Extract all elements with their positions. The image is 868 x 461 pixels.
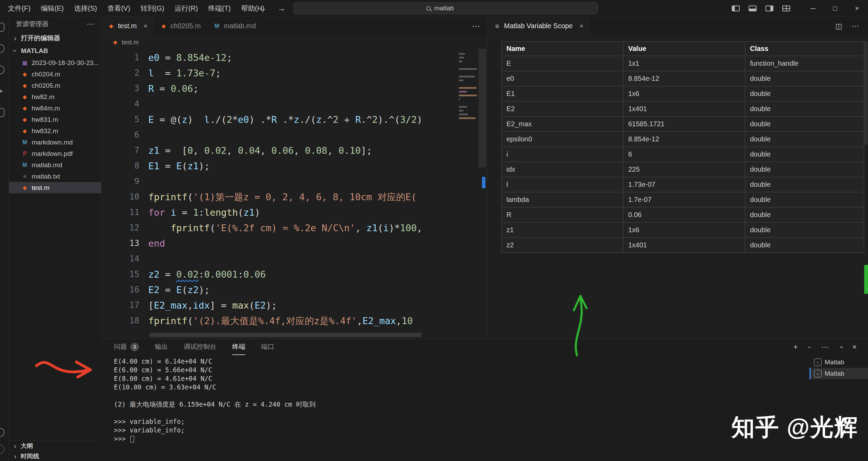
- variable-cell[interactable]: E2: [502, 101, 623, 117]
- variable-cell[interactable]: double: [745, 101, 864, 117]
- timeline-section[interactable]: › 时间线: [9, 451, 101, 461]
- variable-cell[interactable]: double: [745, 71, 864, 86]
- variable-cell[interactable]: double: [745, 207, 864, 223]
- variable-cell[interactable]: epsilon0: [502, 132, 623, 147]
- menu-item[interactable]: 运行(R): [169, 0, 203, 17]
- variable-cell[interactable]: 1x6: [623, 86, 745, 101]
- outline-section[interactable]: › 大纲: [9, 440, 101, 451]
- more-actions-icon[interactable]: ⋯: [852, 22, 859, 30]
- minimize-button[interactable]: ─: [802, 0, 824, 17]
- file-item[interactable]: ◆hw831.m: [9, 114, 101, 125]
- file-item[interactable]: ▦2023-09-18-20-30-23...: [9, 57, 101, 68]
- open-editors-section[interactable]: › 打开的编辑器: [9, 32, 101, 44]
- file-item[interactable]: ◆hw832.m: [9, 125, 101, 137]
- close-button[interactable]: ×: [846, 0, 868, 17]
- file-item[interactable]: ◆ch0204.m: [9, 68, 101, 80]
- toggle-sidebar-icon[interactable]: [732, 6, 740, 11]
- customize-layout-icon[interactable]: [782, 6, 790, 11]
- terminal-list-item[interactable]: ›Matlab: [810, 356, 868, 368]
- menu-item[interactable]: 文件(F): [3, 0, 36, 17]
- variable-cell[interactable]: E2_max: [502, 117, 623, 132]
- variable-cell[interactable]: double: [745, 238, 864, 253]
- variable-cell[interactable]: 1x401: [623, 238, 745, 253]
- menu-item[interactable]: 选择(S): [69, 0, 102, 17]
- menu-item[interactable]: 终端(T): [203, 0, 236, 17]
- split-editor-icon[interactable]: ◫: [835, 22, 842, 30]
- menu-item[interactable]: 转到(G): [136, 0, 170, 17]
- panel-tab[interactable]: 问题3: [114, 339, 139, 355]
- folder-section-matlab[interactable]: › MATLAB: [9, 44, 101, 57]
- file-item[interactable]: ≡matlab.txt: [9, 171, 101, 182]
- variable-cell[interactable]: double: [745, 192, 864, 207]
- variable-cell[interactable]: 61585.1721: [623, 117, 745, 132]
- variable-cell[interactable]: idx: [502, 162, 623, 177]
- terminal-dropdown-icon[interactable]: ›: [807, 344, 813, 350]
- breadcrumb[interactable]: ◆ test.m: [101, 36, 487, 49]
- code-editor[interactable]: 1e0 = 8.854e-12;2l = 1.73e-7;3R = 0.06;4…: [101, 49, 487, 339]
- variable-cell[interactable]: 6: [623, 147, 745, 162]
- variable-cell[interactable]: 225: [623, 162, 745, 177]
- toggle-panel-icon[interactable]: [749, 6, 757, 11]
- run-debug-icon[interactable]: [0, 87, 3, 96]
- source-control-icon[interactable]: [0, 65, 4, 74]
- variable-cell[interactable]: 1x1: [623, 56, 745, 71]
- panel-tab[interactable]: 端口: [261, 339, 274, 355]
- variable-cell[interactable]: double: [745, 86, 864, 101]
- editor-tab[interactable]: Mmatlab.md: [207, 17, 262, 35]
- variable-cell[interactable]: 1x6: [623, 223, 745, 238]
- search-input[interactable]: [434, 4, 465, 12]
- variable-cell[interactable]: double: [745, 117, 864, 132]
- extensions-icon[interactable]: [0, 108, 4, 117]
- explorer-more-actions-icon[interactable]: ⋯: [87, 20, 94, 29]
- new-terminal-icon[interactable]: +: [793, 343, 798, 352]
- panel-tab[interactable]: 调试控制台: [184, 339, 216, 355]
- variable-cell[interactable]: z2: [502, 238, 623, 253]
- file-item[interactable]: Pmarkdown.pdf: [9, 148, 101, 159]
- back-icon[interactable]: ←: [259, 3, 267, 13]
- close-panel-icon[interactable]: ×: [852, 343, 857, 352]
- menu-item[interactable]: 查看(V): [102, 0, 136, 17]
- variable-cell[interactable]: 8.854e-12: [623, 71, 745, 86]
- variable-cell[interactable]: double: [745, 132, 864, 147]
- variable-cell[interactable]: E: [502, 56, 623, 71]
- editor-tab[interactable]: ◆ch0205.m: [154, 17, 207, 35]
- editor-more-actions-icon[interactable]: ⋯: [465, 17, 487, 35]
- panel-tab[interactable]: 输出: [155, 339, 168, 355]
- variable-cell[interactable]: double: [745, 147, 864, 162]
- menu-item[interactable]: 编辑(E): [36, 0, 69, 17]
- variable-cell[interactable]: 1.73e-07: [623, 177, 745, 192]
- toggle-secondary-sidebar-icon[interactable]: [765, 6, 773, 11]
- search-icon[interactable]: [0, 44, 4, 53]
- vertical-scrollbar[interactable]: [478, 49, 487, 339]
- variable-cell[interactable]: 1x401: [623, 101, 745, 117]
- variable-cell[interactable]: lambda: [502, 192, 623, 207]
- variable-cell[interactable]: z1: [502, 223, 623, 238]
- horizontal-scrollbar[interactable]: [150, 333, 421, 337]
- terminal-list-item[interactable]: ›Matlab: [810, 368, 868, 379]
- variable-cell[interactable]: 1.7e-07: [623, 192, 745, 207]
- file-item[interactable]: ◆test.m: [9, 182, 101, 193]
- scrollbar-thumb[interactable]: [479, 49, 486, 168]
- settings-gear-icon[interactable]: [0, 444, 4, 453]
- variable-cell[interactable]: function_handle: [745, 56, 864, 71]
- file-item[interactable]: ◆hw84m.m: [9, 103, 101, 114]
- variable-cell[interactable]: E1: [502, 86, 623, 101]
- maximize-button[interactable]: □: [824, 0, 846, 17]
- forward-icon[interactable]: →: [277, 3, 286, 13]
- variable-cell[interactable]: double: [745, 177, 864, 192]
- explorer-icon[interactable]: [0, 23, 4, 32]
- file-item[interactable]: ◆ch0205.m: [9, 80, 101, 91]
- panel-more-actions-icon[interactable]: ⋯: [821, 343, 829, 352]
- file-item[interactable]: Mmatlab.md: [9, 159, 101, 171]
- variable-scope-scrollbar[interactable]: [864, 41, 868, 144]
- close-icon[interactable]: ×: [143, 22, 147, 30]
- close-icon[interactable]: ×: [580, 22, 583, 30]
- editor-tab[interactable]: ◆test.m×: [101, 17, 154, 35]
- variable-cell[interactable]: 8.854e-12: [623, 132, 745, 147]
- file-item[interactable]: Mmarkdown.md: [9, 137, 101, 148]
- variable-cell[interactable]: double: [745, 162, 864, 177]
- file-item[interactable]: ◆hw82.m: [9, 91, 101, 103]
- variable-cell[interactable]: 0.06: [623, 207, 745, 223]
- panel-tab[interactable]: 终端: [232, 339, 245, 355]
- terminal-output[interactable]: E(4.00 cm) = 6.14e+04 N/CE(6.00 cm) = 5.…: [114, 357, 782, 460]
